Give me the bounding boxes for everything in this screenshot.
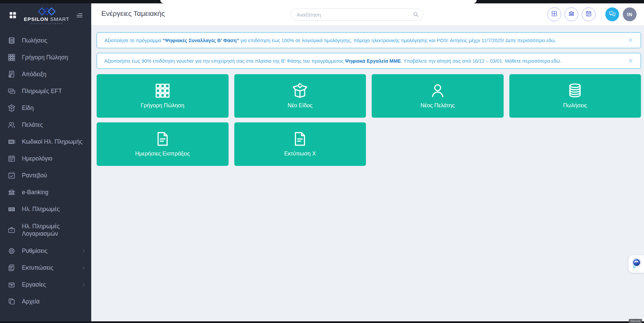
sidebar-item-label: Εκτυπώσεις: [22, 264, 53, 272]
sidebar-item-label: Είδη: [22, 105, 34, 112]
customers-icon: [7, 121, 17, 129]
search-icon: [412, 11, 419, 18]
logo-subtitle: INVOICE SOFTWARE: [30, 23, 63, 25]
actions-divider: [602, 9, 602, 20]
action-tile[interactable]: Νέος Πελάτης: [372, 74, 504, 118]
grid-icon: [154, 82, 171, 99]
search-box: [291, 8, 423, 21]
sidebar-item[interactable]: Είδη: [0, 100, 91, 117]
files-icon: [7, 297, 17, 306]
chevron-right-icon: [81, 282, 87, 288]
logo-title: EPSILON SMART: [24, 16, 69, 22]
window-grid-icon: [551, 10, 558, 19]
receipt-add-icon: [7, 70, 17, 79]
archive-box-icon: [7, 281, 17, 289]
banner-text-segment: . Υποβάλετε την αίτησή σας από 16/12 – 0…: [401, 58, 562, 64]
record-badge: Record: [629, 319, 642, 323]
sidebar-item[interactable]: Κωδικοί Ηλ. Πληρωμής: [0, 134, 91, 150]
sidebar-item[interactable]: Εργασίες: [0, 276, 91, 293]
sidebar-item[interactable]: Ημερολόγιο: [0, 150, 91, 167]
sidebar-item[interactable]: Εκτυπώσεις: [0, 260, 91, 276]
close-icon[interactable]: ✕: [623, 58, 633, 64]
top-bar: Ενέργειες Ταμειακής IN: [91, 3, 644, 26]
logo-title-light: SMART: [50, 16, 69, 22]
banner-text-segment: για επιδότηση έως 100% σε λογισμικά τιμο…: [239, 38, 556, 43]
action-tile[interactable]: Νέο Είδος: [234, 74, 366, 118]
action-tile[interactable]: Ημερήσιες Εισπράξεις: [97, 122, 229, 166]
banknote-icon: [7, 205, 17, 214]
avatar[interactable]: IN: [623, 7, 637, 21]
payment-codes-icon: [7, 138, 17, 146]
sidebar-item[interactable]: Ηλ. Πληρωμές Λογαριασμών: [0, 218, 91, 243]
app-logo: EPSILON SMART INVOICE SOFTWARE: [18, 7, 75, 25]
header-action-button[interactable]: [547, 7, 561, 21]
window-chrome-notch: [160, 0, 477, 3]
action-tiles: Γρήγορη Πώληση Νέο Είδος Νέος Πελάτης Πω…: [97, 74, 641, 166]
sidebar-item-label: Κωδικοί Ηλ. Πληρωμής: [22, 138, 82, 146]
sidebar-item-label: Ημερολόγιο: [22, 155, 52, 163]
action-tile[interactable]: Πωλήσεις: [509, 74, 641, 118]
header-actions: IN: [544, 7, 637, 21]
sidebar-item[interactable]: Απόδειξη: [0, 66, 91, 83]
chevron-right-icon: [81, 248, 87, 254]
gear-icon: [7, 247, 17, 256]
tile-label: Πωλήσεις: [563, 102, 587, 109]
support-chat-widget[interactable]: [629, 255, 644, 273]
sidebar-item-label: e-Banking: [22, 189, 48, 196]
sidebar-item[interactable]: e-Banking: [0, 184, 91, 201]
chat-bubbles-icon: [609, 10, 616, 19]
close-icon[interactable]: ✕: [623, 37, 633, 43]
logo-knot-icon: [36, 7, 58, 16]
banner-text-segment: “Ψηφιακές Συναλλαγές Β’ Φάση”: [163, 38, 239, 43]
page-title: Ενέργειες Ταμειακής: [101, 9, 165, 18]
bank-icon: [568, 10, 575, 19]
banner-text: Αξιοποίησε το πρόγραμμα “Ψηφιακές Συναλλ…: [104, 38, 556, 43]
report-icon: [154, 130, 171, 148]
grid-icon: [7, 53, 17, 62]
sidebar-item-label: Ρυθμίσεις: [22, 247, 47, 255]
sidebar-item[interactable]: Γρήγορη Πώληση: [0, 49, 91, 66]
prints-icon: [7, 264, 17, 272]
sidebar-item[interactable]: Πωλήσεις: [0, 32, 91, 49]
sidebar-item-label: Εργασίες: [22, 281, 46, 289]
sidebar-item[interactable]: Ηλ. Πληρωμές: [0, 201, 91, 218]
banner-text: Αξιοποιήστε έως 90% επιδότηση voucher γι…: [104, 58, 561, 64]
search-input[interactable]: [291, 8, 423, 21]
sidebar-item[interactable]: Πληρωμές EFT: [0, 83, 91, 100]
content: Αξιοποίησε το πρόγραμμα “Ψηφιακές Συναλλ…: [91, 26, 644, 166]
sidebar-item[interactable]: Ραντεβού: [0, 167, 91, 184]
header-action-button[interactable]: [582, 7, 596, 21]
chat-button[interactable]: [605, 7, 619, 21]
banner-text-segment: Ψηφιακά Εργαλεία ΜΜΕ: [345, 58, 401, 64]
tile-label: Γρήγορη Πώληση: [141, 102, 184, 109]
sidebar-item[interactable]: Πελάτες: [0, 117, 91, 134]
sidebar-item[interactable]: Αρχεία: [0, 293, 91, 310]
action-tile[interactable]: Γρήγορη Πώληση: [97, 74, 229, 118]
header-action-button[interactable]: [565, 7, 578, 21]
open-box-icon: [7, 104, 17, 113]
notification-banners: Αξιοποίησε το πρόγραμμα “Ψηφιακές Συναλλ…: [97, 32, 641, 69]
sidebar-item-label: Αρχεία: [22, 298, 40, 305]
sidebar-item[interactable]: Ρυθμίσεις: [0, 243, 91, 260]
banner-text-segment: Αξιοποιήστε έως 90% επιδότηση voucher γι…: [104, 58, 345, 64]
sidebar-collapse-icon[interactable]: [75, 11, 84, 20]
sidebar-item-label: Γρήγορη Πώληση: [22, 54, 68, 61]
open-box-icon: [291, 82, 309, 99]
sidebar-header: EPSILON SMART INVOICE SOFTWARE: [0, 0, 91, 28]
sidebar-item-label: Πελάτες: [22, 121, 43, 129]
eft-terminal-icon: [7, 87, 17, 96]
tile-label: Ημερήσιες Εισπράξεις: [135, 150, 190, 157]
action-tile[interactable]: Εκτύπωση Χ: [234, 122, 366, 166]
main-area: Ενέργειες Ταμειακής IN Αξιοποίησε: [91, 3, 644, 321]
report-icon: [291, 130, 309, 148]
apps-grid-icon[interactable]: [8, 10, 18, 21]
sidebar-item-label: Ηλ. Πληρωμές Λογαριασμών: [22, 223, 87, 238]
sidebar: EPSILON SMART INVOICE SOFTWARE Πωλήσεις …: [0, 0, 91, 323]
calendar-icon: [7, 154, 17, 163]
person-icon: [429, 82, 446, 99]
sidebar-item-label: Πληρωμές EFT: [22, 88, 62, 95]
window-chrome-bottom: [0, 321, 644, 323]
chevron-right-icon: [81, 265, 87, 271]
coins-icon: [7, 36, 17, 45]
sidebar-item-label: Απόδειξη: [22, 71, 46, 78]
